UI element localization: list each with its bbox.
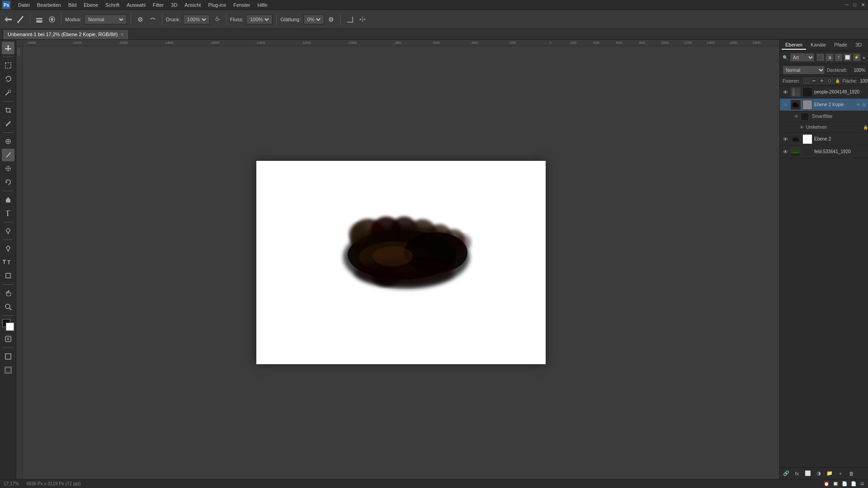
fluss-dropdown[interactable]: 100% (246, 14, 273, 24)
menu-schrift[interactable]: Schrift (102, 1, 123, 9)
clone-stamp-tool[interactable] (2, 162, 14, 175)
layer-item-people[interactable]: 👁 people-2604149_1920 (780, 86, 868, 99)
crop-tool[interactable] (2, 104, 14, 117)
filter-onoff-toggle[interactable]: ● (863, 55, 865, 60)
menu-datei[interactable]: Datei (14, 1, 33, 9)
settings-icon[interactable]: ⚙ (135, 14, 146, 25)
zoom-tool[interactable] (2, 300, 14, 313)
druck-select[interactable]: 100% (185, 16, 208, 23)
tab-3d[interactable]: 3D (852, 41, 865, 50)
airbrush-icon[interactable] (212, 14, 222, 25)
layer-options-ebene2kopie[interactable]: 👁 (856, 103, 860, 107)
move-tool[interactable] (2, 42, 14, 54)
menu-ebene[interactable]: Ebene (80, 1, 102, 9)
menu-3d[interactable]: 3D (167, 1, 181, 9)
hand-tool[interactable] (2, 287, 14, 300)
maximize-button[interactable]: □ (852, 2, 858, 8)
marquee-tool[interactable] (2, 59, 14, 72)
tab-pfade[interactable]: Pfade (830, 41, 851, 50)
lock-transparent-icon[interactable]: ⬚ (803, 78, 810, 84)
eyedropper-tool[interactable] (2, 117, 14, 130)
link-layers-button[interactable]: 🔗 (782, 469, 791, 478)
filter-type-dropdown[interactable]: Art (790, 53, 815, 62)
artboard-button[interactable] (2, 364, 14, 376)
add-style-button[interactable]: fx (793, 469, 802, 478)
add-layer-button[interactable]: + (836, 469, 845, 478)
menu-hilfe[interactable]: Hilfe (254, 1, 271, 9)
tab-kanale[interactable]: Kanäle (807, 41, 830, 50)
layer-visibility-people[interactable]: 👁 (782, 89, 789, 96)
canvas-container[interactable] (23, 46, 779, 479)
canvas-area: -2400 -2200 -2000 -1800 -1600 -1400 -120… (16, 40, 779, 479)
menu-auswahl[interactable]: Auswahl (123, 1, 149, 9)
filter-adjust-toggle[interactable]: ◑ (826, 53, 834, 61)
layer-visibility-smartfilter[interactable]: 👁 (793, 114, 799, 119)
filter-smart-toggle[interactable]: ⚡ (853, 53, 861, 61)
menu-bild[interactable]: Bild (65, 1, 80, 9)
history-brush-tool[interactable] (2, 176, 14, 188)
modus-select[interactable]: Normal Multiplizieren Bildschirm (86, 16, 125, 23)
add-group-button[interactable]: 📁 (825, 469, 834, 478)
add-adjustment-button[interactable]: ◑ (814, 469, 823, 478)
layer-item-umkehren[interactable]: 👁 Umkehren 🔒 (780, 122, 868, 133)
menu-filter[interactable]: Filter (149, 1, 167, 9)
menu-fenster[interactable]: Fenster (230, 1, 254, 9)
tab-ebenen[interactable]: Ebenen (782, 41, 806, 50)
layer-item-feld[interactable]: 👁 feld-533641_1920 (780, 145, 868, 158)
text-tool[interactable]: T T (2, 256, 14, 268)
menu-bearbeiten[interactable]: Bearbeiten (33, 1, 65, 9)
active-tab[interactable]: Unbenannt-1 bei 17,2% (Ebene 2 Kopie, RG… (3, 29, 129, 39)
filter-shape-toggle[interactable]: ⬜ (844, 53, 852, 61)
layer-visibility-ebene2kopie[interactable]: 👁 (782, 101, 789, 108)
layer-visibility-umkehren[interactable]: 👁 (799, 125, 804, 130)
menu-plugins[interactable]: Plug-ins (204, 1, 230, 9)
delete-layer-button[interactable]: 🗑 (847, 469, 856, 478)
filter-type-toggle[interactable]: T (835, 53, 843, 61)
photoshop-canvas[interactable] (256, 161, 546, 364)
add-mask-button[interactable]: ⬜ (803, 469, 812, 478)
screen-mode-button[interactable] (2, 350, 14, 363)
pressure-icon[interactable] (147, 14, 158, 25)
healing-tool[interactable] (2, 135, 14, 148)
symmetry-icon[interactable] (357, 14, 368, 25)
filter-pixel-toggle[interactable]: ⬛ (816, 53, 825, 61)
glattung-settings-icon[interactable]: ⚙ (326, 14, 337, 25)
layer-visibility-ebene2[interactable]: 👁 (782, 136, 789, 143)
lasso-tool[interactable] (2, 73, 14, 85)
lock-position-icon[interactable]: ✛ (819, 78, 825, 84)
angle-icon[interactable] (344, 14, 355, 25)
back-arrow-icon[interactable] (3, 14, 14, 25)
ruler-mark: -2400 (27, 41, 36, 45)
quick-mask-button[interactable] (2, 333, 14, 345)
pen-tool[interactable] (2, 242, 14, 255)
hardness-icon[interactable] (47, 14, 57, 25)
fill-tool[interactable] (2, 207, 14, 220)
lock-all-icon[interactable]: 🔒 (834, 78, 840, 84)
dodge-tool[interactable] (2, 225, 14, 237)
svg-rect-29 (6, 273, 10, 278)
glattung-dropdown[interactable]: 0% (303, 14, 324, 24)
shape-tool[interactable] (2, 269, 14, 282)
brush-size-icon[interactable] (34, 14, 45, 25)
brush-tool-icon[interactable] (15, 14, 26, 25)
eraser-tool[interactable] (2, 193, 14, 206)
fluss-select[interactable]: 100% (248, 16, 270, 23)
blend-mode-dropdown[interactable]: Normal Multiplizieren Bildschirm (783, 66, 825, 75)
layer-item-ebene2[interactable]: 👁 Ebene 2 (780, 133, 868, 145)
minimize-button[interactable]: ─ (844, 2, 850, 8)
layer-chain-ebene2kopie[interactable]: ⛓ (862, 103, 866, 107)
lock-pixels-icon[interactable]: ✏ (811, 78, 817, 84)
druck-dropdown[interactable]: 100% (183, 14, 210, 24)
layer-visibility-feld[interactable]: 👁 (782, 148, 789, 155)
brush-tool[interactable] (2, 149, 14, 161)
magic-wand-tool[interactable] (2, 86, 14, 99)
glattung-select[interactable]: 0% (306, 16, 322, 23)
layer-item-ebene2kopie[interactable]: 👁 Ebene 2 Kopie 👁 ⛓ (780, 99, 868, 111)
modus-dropdown[interactable]: Normal Multiplizieren Bildschirm (84, 14, 127, 24)
close-button[interactable]: ✕ (860, 2, 866, 8)
tab-close-button[interactable]: ✕ (120, 32, 124, 37)
layer-item-smartfilter[interactable]: 👁 Smartfilter (780, 111, 868, 122)
color-swatches[interactable] (2, 319, 14, 331)
menu-ansicht[interactable]: Ansicht (181, 1, 204, 9)
lock-artboard-icon[interactable]: ⬡ (826, 78, 833, 84)
